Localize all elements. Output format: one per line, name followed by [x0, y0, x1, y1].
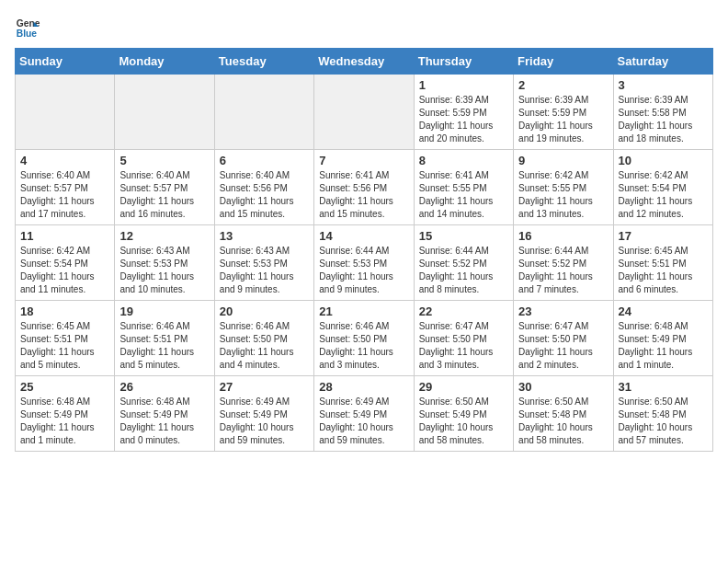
calendar-cell: 8 Sunrise: 6:41 AMSunset: 5:55 PMDayligh… — [414, 150, 513, 225]
calendar-cell: 13 Sunrise: 6:43 AMSunset: 5:53 PMDaylig… — [214, 225, 313, 301]
calendar-week-3: 18 Sunrise: 6:45 AMSunset: 5:51 PMDaylig… — [16, 301, 713, 376]
day-info: Sunrise: 6:44 AMSunset: 5:52 PMDaylight:… — [419, 245, 508, 296]
day-info: Sunrise: 6:43 AMSunset: 5:53 PMDaylight:… — [220, 245, 309, 296]
calendar-week-1: 4 Sunrise: 6:40 AMSunset: 5:57 PMDayligh… — [16, 150, 713, 225]
day-info: Sunrise: 6:49 AMSunset: 5:49 PMDaylight:… — [220, 396, 309, 447]
day-number: 31 — [619, 380, 708, 394]
day-info: Sunrise: 6:47 AMSunset: 5:50 PMDaylight:… — [419, 320, 508, 372]
day-number: 10 — [619, 154, 708, 167]
day-number: 28 — [319, 380, 408, 394]
day-number: 13 — [220, 229, 309, 243]
calendar-week-0: 1 Sunrise: 6:39 AMSunset: 5:59 PMDayligh… — [16, 75, 713, 150]
day-number: 9 — [518, 154, 608, 167]
calendar-week-4: 25 Sunrise: 6:48 AMSunset: 5:49 PMDaylig… — [16, 376, 713, 452]
logo-icon: General Blue — [15, 15, 40, 40]
calendar-cell: 9 Sunrise: 6:42 AMSunset: 5:55 PMDayligh… — [514, 150, 613, 225]
day-info: Sunrise: 6:46 AMSunset: 5:50 PMDaylight:… — [220, 320, 309, 372]
calendar-cell: 25 Sunrise: 6:48 AMSunset: 5:49 PMDaylig… — [16, 376, 115, 452]
calendar-cell: 20 Sunrise: 6:46 AMSunset: 5:50 PMDaylig… — [214, 301, 313, 376]
day-info: Sunrise: 6:43 AMSunset: 5:53 PMDaylight:… — [119, 245, 209, 296]
day-info: Sunrise: 6:48 AMSunset: 5:49 PMDaylight:… — [20, 396, 109, 447]
day-number: 29 — [419, 380, 508, 394]
day-info: Sunrise: 6:48 AMSunset: 5:49 PMDaylight:… — [619, 320, 708, 372]
calendar-cell: 14 Sunrise: 6:44 AMSunset: 5:53 PMDaylig… — [314, 225, 414, 301]
calendar-cell: 7 Sunrise: 6:41 AMSunset: 5:56 PMDayligh… — [314, 150, 414, 225]
calendar-cell: 21 Sunrise: 6:46 AMSunset: 5:50 PMDaylig… — [314, 301, 414, 376]
svg-text:General: General — [17, 18, 40, 29]
calendar-cell: 2 Sunrise: 6:39 AMSunset: 5:59 PMDayligh… — [514, 75, 613, 150]
day-info: Sunrise: 6:41 AMSunset: 5:55 PMDaylight:… — [419, 169, 508, 221]
day-info: Sunrise: 6:48 AMSunset: 5:49 PMDaylight:… — [119, 396, 209, 447]
day-number: 15 — [419, 229, 508, 243]
day-number: 24 — [619, 304, 708, 318]
calendar-cell — [214, 75, 313, 150]
day-info: Sunrise: 6:40 AMSunset: 5:56 PMDaylight:… — [220, 169, 309, 221]
day-header-wednesday: Wednesday — [314, 49, 414, 75]
day-header-sunday: Sunday — [16, 49, 115, 75]
day-header-friday: Friday — [514, 49, 613, 75]
calendar-cell — [314, 75, 414, 150]
day-number: 1 — [419, 78, 508, 92]
day-number: 21 — [319, 304, 408, 318]
calendar-cell: 27 Sunrise: 6:49 AMSunset: 5:49 PMDaylig… — [214, 376, 313, 452]
day-info: Sunrise: 6:40 AMSunset: 5:57 PMDaylight:… — [119, 169, 209, 221]
day-header-saturday: Saturday — [613, 49, 712, 75]
day-info: Sunrise: 6:39 AMSunset: 5:59 PMDaylight:… — [518, 94, 608, 145]
day-number: 30 — [518, 380, 608, 394]
day-info: Sunrise: 6:41 AMSunset: 5:56 PMDaylight:… — [319, 169, 408, 221]
day-number: 3 — [619, 78, 708, 92]
calendar-cell: 31 Sunrise: 6:50 AMSunset: 5:48 PMDaylig… — [613, 376, 712, 452]
calendar-cell: 5 Sunrise: 6:40 AMSunset: 5:57 PMDayligh… — [115, 150, 214, 225]
calendar-cell: 24 Sunrise: 6:48 AMSunset: 5:49 PMDaylig… — [613, 301, 712, 376]
day-number: 12 — [119, 229, 209, 243]
day-info: Sunrise: 6:50 AMSunset: 5:49 PMDaylight:… — [419, 396, 508, 447]
day-info: Sunrise: 6:42 AMSunset: 5:54 PMDaylight:… — [20, 245, 109, 296]
day-number: 22 — [419, 304, 508, 318]
calendar-cell: 12 Sunrise: 6:43 AMSunset: 5:53 PMDaylig… — [115, 225, 214, 301]
day-number: 6 — [220, 154, 309, 167]
calendar-table: SundayMondayTuesdayWednesdayThursdayFrid… — [15, 48, 713, 452]
calendar-cell: 26 Sunrise: 6:48 AMSunset: 5:49 PMDaylig… — [115, 376, 214, 452]
day-number: 17 — [619, 229, 708, 243]
day-info: Sunrise: 6:40 AMSunset: 5:57 PMDaylight:… — [20, 169, 109, 221]
day-number: 7 — [319, 154, 408, 167]
calendar-cell: 28 Sunrise: 6:49 AMSunset: 5:49 PMDaylig… — [314, 376, 414, 452]
calendar-cell — [115, 75, 214, 150]
calendar-cell: 6 Sunrise: 6:40 AMSunset: 5:56 PMDayligh… — [214, 150, 313, 225]
day-header-thursday: Thursday — [414, 49, 513, 75]
day-number: 27 — [220, 380, 309, 394]
header: General Blue — [15, 15, 713, 40]
day-number: 11 — [20, 229, 109, 243]
calendar-cell: 15 Sunrise: 6:44 AMSunset: 5:52 PMDaylig… — [414, 225, 513, 301]
day-info: Sunrise: 6:45 AMSunset: 5:51 PMDaylight:… — [619, 245, 708, 296]
day-number: 16 — [518, 229, 608, 243]
calendar-cell: 1 Sunrise: 6:39 AMSunset: 5:59 PMDayligh… — [414, 75, 513, 150]
day-number: 14 — [319, 229, 408, 243]
calendar-week-2: 11 Sunrise: 6:42 AMSunset: 5:54 PMDaylig… — [16, 225, 713, 301]
day-number: 8 — [419, 154, 508, 167]
day-number: 18 — [20, 304, 109, 318]
calendar-cell: 4 Sunrise: 6:40 AMSunset: 5:57 PMDayligh… — [16, 150, 115, 225]
calendar-cell: 29 Sunrise: 6:50 AMSunset: 5:49 PMDaylig… — [414, 376, 513, 452]
day-number: 20 — [220, 304, 309, 318]
calendar-cell: 18 Sunrise: 6:45 AMSunset: 5:51 PMDaylig… — [16, 301, 115, 376]
svg-text:Blue: Blue — [17, 29, 38, 39]
day-info: Sunrise: 6:50 AMSunset: 5:48 PMDaylight:… — [619, 396, 708, 447]
calendar-cell: 22 Sunrise: 6:47 AMSunset: 5:50 PMDaylig… — [414, 301, 513, 376]
day-header-monday: Monday — [115, 49, 214, 75]
day-number: 23 — [518, 304, 608, 318]
day-number: 2 — [518, 78, 608, 92]
day-number: 5 — [119, 154, 209, 167]
day-info: Sunrise: 6:42 AMSunset: 5:54 PMDaylight:… — [619, 169, 708, 221]
day-number: 26 — [119, 380, 209, 394]
logo: General Blue — [15, 15, 44, 40]
day-info: Sunrise: 6:46 AMSunset: 5:51 PMDaylight:… — [119, 320, 209, 372]
day-info: Sunrise: 6:50 AMSunset: 5:48 PMDaylight:… — [518, 396, 608, 447]
day-info: Sunrise: 6:44 AMSunset: 5:52 PMDaylight:… — [518, 245, 608, 296]
day-info: Sunrise: 6:47 AMSunset: 5:50 PMDaylight:… — [518, 320, 608, 372]
calendar-header-row: SundayMondayTuesdayWednesdayThursdayFrid… — [16, 49, 713, 75]
day-info: Sunrise: 6:39 AMSunset: 5:59 PMDaylight:… — [419, 94, 508, 145]
day-info: Sunrise: 6:49 AMSunset: 5:49 PMDaylight:… — [319, 396, 408, 447]
day-info: Sunrise: 6:42 AMSunset: 5:55 PMDaylight:… — [518, 169, 608, 221]
calendar-cell: 3 Sunrise: 6:39 AMSunset: 5:58 PMDayligh… — [613, 75, 712, 150]
